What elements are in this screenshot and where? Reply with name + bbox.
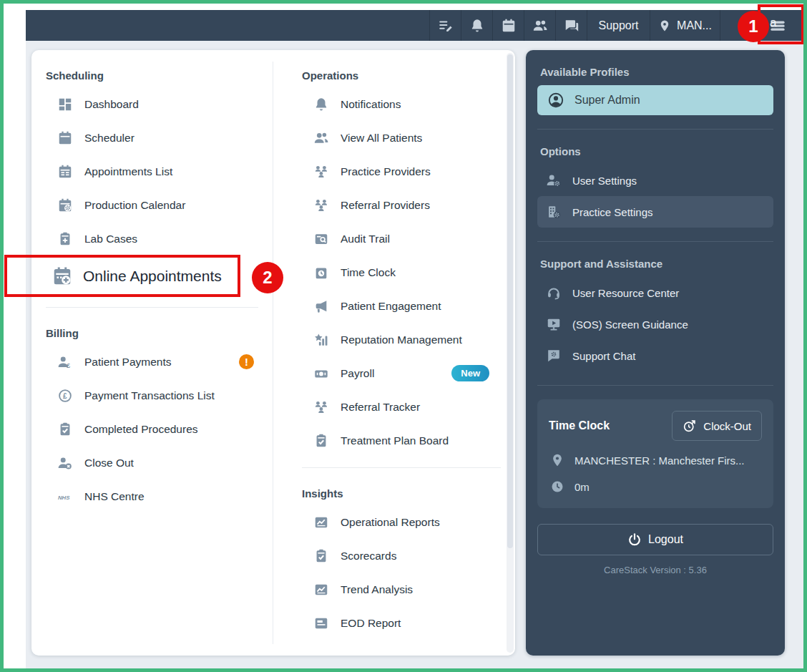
clock-icon	[550, 479, 564, 494]
menu-item-notifications[interactable]: Notifications	[288, 87, 515, 121]
topbar-icon-group	[429, 10, 587, 41]
clock-out-button[interactable]: Clock-Out	[672, 411, 762, 441]
clock-out-label: Clock-Out	[703, 420, 751, 432]
person-gear-icon	[546, 172, 562, 188]
panel-divider	[537, 385, 773, 386]
item-label: Referral Tracker	[341, 401, 420, 414]
item-label: Patient Engagement	[341, 300, 441, 313]
billing-item-list: £Patient Payments!£Payment Transactions …	[31, 345, 273, 513]
audit-icon	[313, 231, 329, 247]
menu-item-time-clock[interactable]: Time Clock	[288, 255, 515, 289]
power-icon	[627, 532, 642, 547]
item-label: User Settings	[572, 175, 637, 187]
location-pin-icon	[658, 18, 671, 34]
bell-icon	[469, 18, 485, 34]
menu-item-completed-procedures[interactable]: Completed Procedures	[31, 412, 273, 446]
panel-item-practice-settings[interactable]: Practice Settings	[537, 196, 773, 228]
dashboard-icon	[57, 97, 73, 112]
topbar-messages-icon[interactable]	[555, 10, 587, 41]
payroll-icon	[313, 366, 329, 381]
item-label: (SOS) Screen Guidance	[572, 318, 688, 331]
panel-divider	[537, 129, 773, 130]
menu-scrollbar[interactable]	[507, 53, 514, 653]
menu-item-online-appointments[interactable]: Online Appointments	[31, 255, 273, 297]
menu-item-scorecards[interactable]: Scorecards	[288, 539, 515, 573]
partially-hidden-username: a	[770, 16, 776, 30]
topbar-notifications-icon[interactable]	[461, 10, 492, 41]
clock-out-icon	[683, 419, 697, 433]
menu-item-treatment-plan-board[interactable]: Treatment Plan Board	[288, 424, 515, 457]
clocked-in-location: MANCHESTER : Manchester Firs...	[574, 454, 745, 467]
menu-item-lab-cases[interactable]: Lab Cases	[31, 222, 273, 255]
people-icon	[313, 130, 329, 146]
item-label: Lab Cases	[84, 233, 137, 245]
menu-item-patient-payments[interactable]: £Patient Payments!	[31, 345, 273, 379]
clipboard-check-icon	[313, 548, 329, 564]
alert-badge: !	[239, 354, 254, 369]
column-divider	[273, 62, 273, 644]
panel-item-super-admin[interactable]: Super Admin	[537, 85, 773, 115]
topbar-tasks-icon[interactable]	[429, 10, 461, 41]
menu-item-referral-providers[interactable]: Referral Providers	[288, 188, 515, 222]
menu-item-audit-trail[interactable]: Audit Trail	[288, 222, 515, 255]
support-and-assistance-title: Support and Assistance	[540, 258, 773, 270]
menu-item-reputation-management[interactable]: Reputation Management	[288, 323, 515, 356]
insights-item-list: Operational ReportsScorecardsTrend Analy…	[288, 505, 515, 640]
item-label: Reputation Management	[341, 333, 462, 346]
item-label: Operational Reports	[341, 516, 440, 529]
menu-item-appointments-list[interactable]: Appointments List	[31, 155, 273, 188]
menu-item-operational-reports[interactable]: Operational Reports	[288, 505, 515, 539]
annotation-step-2-badge: 2	[252, 262, 283, 293]
calendar-gear-icon	[57, 198, 73, 213]
menu-item-close-out[interactable]: Close Out	[31, 446, 273, 479]
panel-item-user-settings[interactable]: User Settings	[537, 165, 773, 196]
clocked-in-duration: 0m	[574, 481, 590, 493]
menu-item-patient-engagement[interactable]: Patient Engagement	[288, 289, 515, 323]
calendar-icon	[57, 130, 73, 146]
people-icon	[532, 18, 548, 34]
calendar-icon	[501, 18, 517, 34]
new-badge: New	[451, 365, 489, 381]
svg-text:£: £	[63, 391, 67, 399]
clipboard-plus-icon	[57, 231, 73, 247]
menu-item-view-all-patients[interactable]: View All Patients	[288, 121, 515, 155]
location-label: MAN...	[677, 19, 712, 32]
mega-menu-panel: Scheduling DashboardSchedulerAppointment…	[31, 50, 515, 656]
menu-item-eod-report[interactable]: EOD Report	[288, 606, 515, 640]
menu-item-payment-transactions-list[interactable]: £Payment Transactions List	[31, 379, 273, 412]
headset-icon	[546, 285, 562, 301]
item-label: Support Chat	[572, 350, 635, 362]
menu-item-scheduler[interactable]: Scheduler	[31, 121, 273, 155]
topbar-calendar-icon[interactable]	[492, 10, 524, 41]
tasks-icon	[438, 18, 454, 34]
item-label: Treatment Plan Board	[341, 434, 449, 447]
menu-item-practice-providers[interactable]: Practice Providers	[288, 155, 515, 188]
panel-item-support-chat[interactable]: Support Chat	[537, 340, 773, 371]
support-button[interactable]: Support	[587, 10, 650, 41]
panel-item-sos-screen-guidance[interactable]: (SOS) Screen Guidance	[537, 308, 773, 340]
panel-divider	[537, 241, 773, 242]
chart-line-icon	[313, 582, 329, 598]
menu-item-payroll[interactable]: PayrollNew	[288, 356, 515, 390]
scrollbar-thumb[interactable]	[507, 54, 513, 548]
svg-text:£: £	[67, 362, 70, 369]
location-selector[interactable]: MAN...	[650, 10, 720, 41]
menu-item-trend-analysis[interactable]: Trend Analysis	[288, 573, 515, 606]
item-label: Production Calendar	[84, 199, 185, 212]
menu-item-nhs-centre[interactable]: NHSNHS Centre	[31, 479, 273, 513]
item-label: Audit Trail	[341, 233, 390, 245]
operations-item-list: NotificationsView All PatientsPractice P…	[288, 87, 515, 457]
menu-item-dashboard[interactable]: Dashboard	[31, 87, 273, 121]
panel-item-user-resource-center[interactable]: User Resource Center	[537, 277, 773, 308]
providers-icon	[313, 399, 329, 415]
menu-item-referral-tracker[interactable]: Referral Tracker	[288, 390, 515, 424]
item-label: Online Appointments	[83, 268, 222, 285]
logout-button[interactable]: Logout	[537, 524, 773, 555]
topbar-patients-icon[interactable]	[524, 10, 555, 41]
clipboard-check-icon	[313, 433, 329, 449]
menu-item-production-calendar[interactable]: Production Calendar	[31, 188, 273, 222]
clocked-in-location-row: MANCHESTER : Manchester Firs...	[549, 453, 762, 467]
item-label: Practice Providers	[341, 165, 431, 178]
item-label: Super Admin	[574, 94, 640, 107]
person-x-icon	[57, 455, 73, 471]
